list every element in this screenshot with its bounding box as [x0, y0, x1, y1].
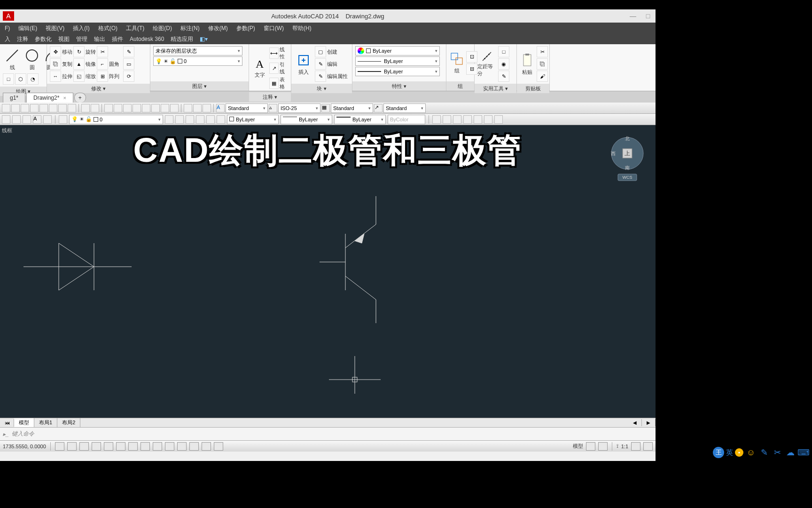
trim-button[interactable]: ✂: [97, 46, 108, 57]
qt-zoom[interactable]: [114, 104, 122, 112]
qt-1[interactable]: [2, 104, 10, 112]
menu-modify[interactable]: 修改(M): [208, 24, 228, 32]
edit-attr-button[interactable]: ✎: [315, 71, 326, 82]
ribbon-tab-parametric[interactable]: 参数化: [35, 35, 52, 43]
ribbon-tab-manage[interactable]: 管理: [76, 35, 87, 43]
qt-prop[interactable]: [142, 104, 150, 112]
qt-ssm[interactable]: [170, 104, 179, 112]
grid-toggle[interactable]: [67, 442, 77, 451]
qt-8[interactable]: [68, 104, 76, 112]
edit-block-button[interactable]: ✎: [315, 58, 326, 70]
qt-redo[interactable]: [91, 104, 99, 112]
modify-e3[interactable]: ⟳: [123, 71, 134, 82]
doc-tab-2[interactable]: Drawing2*×: [26, 93, 73, 103]
ortho-toggle[interactable]: [79, 442, 89, 451]
color-dropdown[interactable]: ByLayer: [355, 46, 440, 56]
menu-insert[interactable]: 插入(I): [73, 24, 89, 32]
polar-toggle[interactable]: [92, 442, 101, 451]
move-button[interactable]: ✥: [50, 46, 61, 57]
ribbon-tab-annotate[interactable]: 注释: [17, 35, 28, 43]
match-button[interactable]: 🖌: [537, 71, 548, 82]
qt-4[interactable]: [30, 104, 39, 112]
mirror-button[interactable]: ▲: [73, 58, 85, 70]
scroll-right[interactable]: ▶: [642, 419, 656, 426]
ribbon-tab-plugin[interactable]: 插件: [112, 35, 123, 43]
ime-keyboard-icon[interactable]: ⌨: [798, 447, 809, 458]
tpy-toggle[interactable]: [177, 442, 187, 451]
panel-group-title[interactable]: 组: [446, 81, 474, 91]
stretch-button[interactable]: ↔: [50, 71, 61, 82]
anno-scale-value[interactable]: 1:1: [621, 444, 628, 449]
qt-mleader-style[interactable]: ↗: [374, 104, 383, 112]
osnap-toggle[interactable]: [104, 442, 113, 451]
ime-lang-label[interactable]: 英: [726, 448, 733, 457]
copy-clip-button[interactable]: ⿻: [537, 58, 548, 70]
lineweight-dropdown[interactable]: ByLayer: [355, 67, 440, 76]
app-icon[interactable]: A: [3, 11, 14, 21]
draw-extra2-button[interactable]: ⬡: [15, 73, 26, 85]
ime-scissors-icon[interactable]: ✂: [772, 447, 783, 458]
qt2-layers2[interactable]: [12, 115, 21, 124]
qt-table-style[interactable]: ▦: [321, 104, 330, 112]
layout-1[interactable]: 布局1: [34, 418, 57, 427]
layer-state-dropdown[interactable]: 未保存的图层状态: [153, 46, 242, 56]
scale-button[interactable]: ◱: [73, 71, 85, 82]
linetype-dropdown[interactable]: ByLayer: [355, 56, 440, 66]
panel-utility-title[interactable]: 实用工具 ▾: [475, 84, 516, 93]
qt2-layers[interactable]: [2, 115, 10, 124]
insert-block-button[interactable]: 插入: [294, 51, 313, 77]
menu-file[interactable]: F): [5, 25, 10, 32]
linetype-dropdown-tb[interactable]: ByLayer: [281, 115, 332, 124]
fillet-button[interactable]: ⌐: [97, 58, 108, 70]
qt2-lp4[interactable]: [196, 115, 204, 124]
draw-extra1-button[interactable]: □: [3, 73, 14, 85]
lwt-toggle[interactable]: [165, 442, 174, 451]
ribbon-tab-extra-icon[interactable]: ◧▾: [200, 36, 208, 42]
plotstyle-dropdown-tb[interactable]: ByColor: [388, 115, 425, 124]
visual-style-label[interactable]: 线框: [2, 127, 12, 134]
panel-modify-title[interactable]: 修改 ▾: [47, 84, 150, 93]
modify-e1[interactable]: ✎: [123, 46, 134, 57]
ducs-toggle[interactable]: [141, 442, 150, 451]
leader-button[interactable]: ↗: [269, 63, 279, 74]
qt2-lp2[interactable]: [175, 115, 184, 124]
layer-dropdown-tb[interactable]: 💡☀🔓0: [69, 115, 163, 124]
maximize-icon[interactable]: □: [643, 11, 653, 21]
ribbon-tab-view[interactable]: 视图: [58, 35, 70, 43]
ribbon-tab-featured[interactable]: 精选应用: [171, 35, 193, 43]
sb-1[interactable]: [586, 442, 595, 451]
qt2-w6[interactable]: [484, 115, 492, 124]
mleader-style-dropdown[interactable]: Standard: [383, 103, 426, 113]
layer-current-dropdown[interactable]: 💡☀🔓0: [153, 56, 242, 66]
cut-button[interactable]: ✂: [537, 46, 548, 57]
qt-7[interactable]: [58, 104, 67, 112]
menu-view[interactable]: 视图(V): [46, 24, 64, 32]
linear-dim-button[interactable]: ⟷: [269, 48, 279, 59]
qt2-w2[interactable]: [443, 115, 451, 124]
rotate-button[interactable]: ↻: [73, 46, 85, 57]
ribbon-tab-insert-partial[interactable]: 入: [5, 35, 10, 43]
menu-tools[interactable]: 工具(T): [126, 24, 144, 32]
qt2-layers3[interactable]: [23, 115, 31, 124]
3dosnap-toggle[interactable]: [116, 442, 125, 451]
qt2-w3[interactable]: [453, 115, 461, 124]
qt-dc[interactable]: [151, 104, 160, 112]
ribbon-tab-output[interactable]: 输出: [94, 35, 105, 43]
ime-pencil-icon[interactable]: ✎: [758, 447, 770, 458]
group-button[interactable]: 组: [449, 50, 464, 76]
qt-3[interactable]: [21, 104, 29, 112]
qt-text-style[interactable]: A: [216, 104, 225, 112]
qp-toggle[interactable]: [189, 442, 199, 451]
lineweight-dropdown-tb[interactable]: ByLayer: [334, 115, 386, 124]
sb-3[interactable]: [631, 442, 640, 451]
menu-format[interactable]: 格式(O): [98, 24, 117, 32]
qt2-w7[interactable]: [494, 115, 503, 124]
qt-zoome[interactable]: [123, 104, 132, 112]
qt2-lp5[interactable]: [206, 115, 215, 124]
qt-ext3[interactable]: [203, 104, 211, 112]
command-line[interactable]: ▸_ 键入命令: [0, 427, 656, 440]
ribbon-tab-360[interactable]: Autodesk 360: [130, 36, 164, 42]
qt-dim-style[interactable]: ▵: [269, 104, 277, 112]
menu-help[interactable]: 帮助(H): [292, 24, 312, 32]
menu-dim[interactable]: 标注(N): [180, 24, 200, 32]
